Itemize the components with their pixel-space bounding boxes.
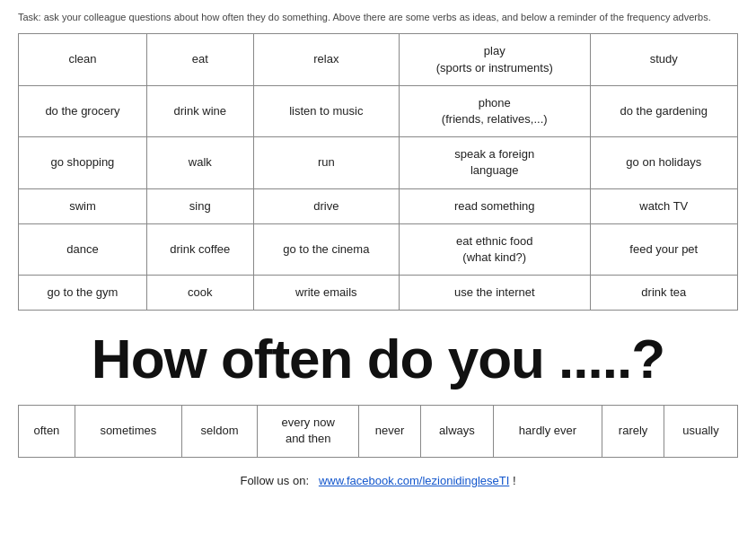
verb-cell: feed your pet	[590, 223, 737, 275]
verb-cell: drink wine	[146, 85, 253, 136]
verb-cell: phone (friends, relatives,...)	[399, 85, 590, 136]
verb-cell: sing	[146, 188, 253, 223]
verb-cell: eat ethnic food (what kind?)	[399, 223, 590, 275]
verb-cell: listen to music	[253, 85, 399, 136]
verb-cell: speak a foreign language	[399, 137, 590, 188]
follow-us-label: Follow us on:	[240, 474, 309, 487]
verb-cell: play (sports or instruments)	[399, 34, 590, 85]
adverb-cell: sometimes	[75, 406, 181, 457]
verb-cell: cook	[146, 276, 253, 311]
adverb-cell: often	[19, 406, 75, 457]
adverb-cell: never	[359, 406, 421, 457]
verb-cell: go to the gym	[19, 276, 147, 311]
verb-cell: swim	[19, 188, 147, 223]
big-question: How often do you .....?	[18, 327, 738, 390]
verb-cell: go shopping	[19, 137, 147, 188]
verb-cell: do the grocery	[19, 85, 147, 136]
verb-cell: study	[590, 34, 737, 85]
follow-us-suffix: !	[513, 474, 516, 487]
adverb-cell: rarely	[602, 406, 664, 457]
verb-cell: use the internet	[399, 276, 590, 311]
verb-cell: go to the cinema	[253, 223, 399, 275]
verb-cell: go on holidays	[590, 137, 737, 188]
verb-cell: read something	[399, 188, 590, 223]
follow-us-link[interactable]: www.facebook.com/lezionidingleseTI	[319, 474, 509, 487]
verb-cell: run	[253, 137, 399, 188]
verb-cell: drive	[253, 188, 399, 223]
verb-cell: eat	[146, 34, 253, 85]
task-description: Task: ask your colleague questions about…	[18, 11, 738, 24]
adverb-cell: seldom	[181, 406, 257, 457]
verb-cell: clean	[19, 34, 147, 85]
adverb-cell: always	[421, 406, 494, 457]
verb-cell: write emails	[253, 276, 399, 311]
verb-cell: walk	[146, 137, 253, 188]
adverbs-table: oftensometimesseldomevery now and thenne…	[18, 405, 738, 457]
verb-cell: watch TV	[590, 188, 737, 223]
verb-cell: relax	[253, 34, 399, 85]
adverb-cell: usually	[664, 406, 737, 457]
verb-cell: drink tea	[590, 276, 737, 311]
follow-us: Follow us on: www.facebook.com/lezionidi…	[18, 474, 738, 487]
verbs-table: cleaneatrelaxplay (sports or instruments…	[18, 33, 738, 311]
verb-cell: drink coffee	[146, 223, 253, 275]
verb-cell: dance	[19, 223, 147, 275]
adverb-cell: every now and then	[258, 406, 359, 457]
verb-cell: do the gardening	[590, 85, 737, 136]
adverb-cell: hardly ever	[493, 406, 602, 457]
